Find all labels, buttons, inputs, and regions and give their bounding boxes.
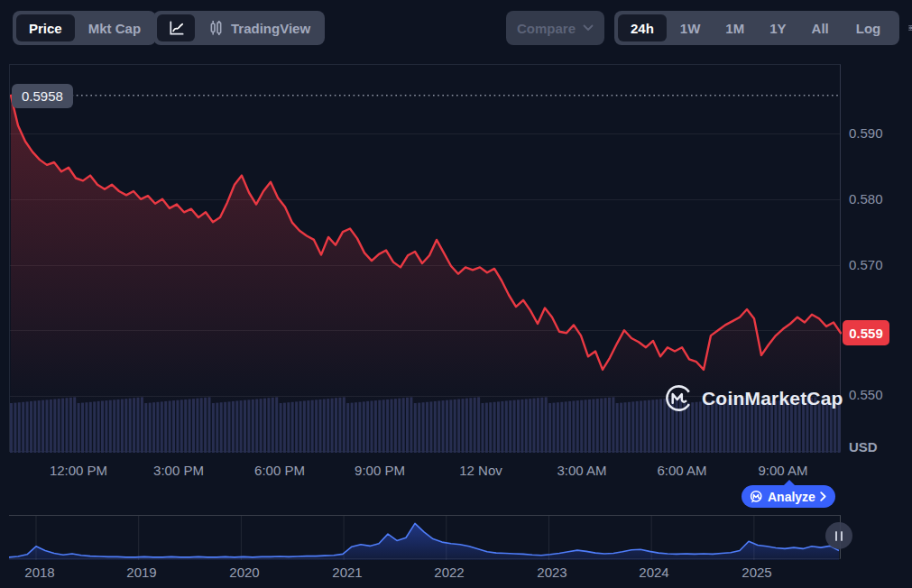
- coinmarketcap-watermark: CoinMarketCap: [664, 383, 843, 413]
- y-tick-0580: 0.580: [849, 191, 883, 207]
- time-range-group: 24h 1W 1M 1Y All Log: [614, 11, 899, 45]
- navigator-drag-handle[interactable]: [825, 522, 852, 549]
- tradingview-label: TradingView: [231, 21, 310, 36]
- current-price-badge: 0.559: [843, 320, 889, 345]
- cmc-logo-icon: [664, 383, 694, 413]
- year-tick: 2021: [332, 565, 362, 580]
- range-all[interactable]: All: [800, 14, 841, 41]
- chart-type-toggle: TradingView: [153, 11, 325, 45]
- year-tick: 2019: [126, 565, 156, 580]
- drag-handle-icon: [835, 531, 837, 541]
- analyze-bubble-icon: [749, 490, 763, 504]
- compare-button[interactable]: Compare: [506, 11, 604, 45]
- x-axis-labels: 12:00 PM 3:00 PM 6:00 PM 9:00 PM 12 Nov …: [0, 463, 912, 481]
- navigator-year-labels: 2018 2019 2020 2021 2022 2023 2024 2025: [0, 565, 912, 583]
- price-mktcap-toggle: Price Mkt Cap: [13, 11, 156, 45]
- x-tick: 12:00 PM: [50, 463, 107, 478]
- x-tick: 6:00 PM: [254, 463, 305, 478]
- range-24h[interactable]: 24h: [618, 14, 667, 41]
- high-price-badge: 0.5958: [12, 84, 73, 108]
- line-chart-button[interactable]: [157, 14, 195, 41]
- range-1w[interactable]: 1W: [668, 14, 713, 41]
- drag-handle-icon: [841, 531, 843, 541]
- analyze-label: Analyze: [768, 490, 815, 504]
- price-tab[interactable]: Price: [16, 14, 75, 41]
- x-tick: 12 Nov: [459, 463, 502, 478]
- x-tick: 3:00 AM: [557, 463, 606, 478]
- year-tick: 2018: [24, 565, 54, 580]
- year-tick: 2020: [229, 565, 259, 580]
- y-tick-0570: 0.570: [849, 257, 883, 272]
- year-tick: 2024: [639, 565, 668, 580]
- range-1m[interactable]: 1M: [714, 14, 756, 41]
- analyze-button[interactable]: Analyze: [742, 485, 835, 508]
- mktcap-tab[interactable]: Mkt Cap: [77, 14, 152, 41]
- log-scale-button[interactable]: Log: [844, 14, 893, 41]
- history-navigator[interactable]: [9, 515, 841, 559]
- year-tick: 2025: [742, 565, 771, 580]
- price-chart-panel: Price Mkt Cap TradingView Compare 24h 1W…: [0, 0, 912, 588]
- compare-label: Compare: [517, 21, 576, 36]
- x-tick: 3:00 PM: [153, 463, 204, 478]
- watermark-label: CoinMarketCap: [702, 388, 843, 409]
- navigator-area-chart: [9, 516, 841, 560]
- tradingview-button[interactable]: TradingView: [197, 14, 321, 41]
- year-tick: 2022: [434, 565, 464, 580]
- y-tick-0550: 0.550: [849, 387, 883, 402]
- unit-label: USD: [849, 439, 878, 455]
- line-chart-icon: [167, 19, 186, 38]
- x-tick: 9:00 AM: [758, 463, 807, 478]
- range-1y[interactable]: 1Y: [758, 14, 797, 41]
- candlestick-icon: [207, 19, 225, 37]
- sliders-icon: [907, 18, 912, 38]
- x-tick: 6:00 AM: [657, 463, 706, 478]
- y-tick-0590: 0.590: [849, 125, 883, 141]
- chart-settings-button[interactable]: [896, 14, 912, 41]
- year-tick: 2023: [537, 565, 567, 580]
- x-tick: 9:00 PM: [355, 463, 405, 478]
- chevron-down-icon: [583, 24, 594, 32]
- chevron-right-icon: [820, 492, 826, 501]
